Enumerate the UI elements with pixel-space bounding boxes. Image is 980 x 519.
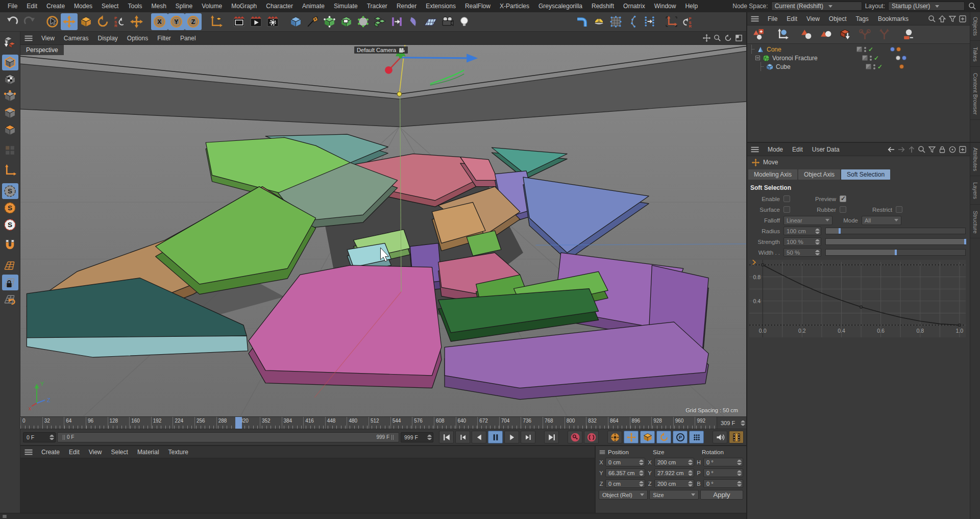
layer-swatch[interactable] xyxy=(866,64,871,69)
spline-pen-menu[interactable] xyxy=(304,13,321,30)
menu-item[interactable]: Extensions xyxy=(421,0,460,12)
history-back-icon[interactable] xyxy=(887,145,896,154)
lock-x-axis[interactable]: X xyxy=(151,13,168,30)
add-panel-icon[interactable] xyxy=(958,145,967,154)
timeline-ruler[interactable]: 0326496128160192224256288320352384416448… xyxy=(20,416,746,429)
checkbox-item[interactable]: Surface xyxy=(750,206,806,213)
key-pla-toggle[interactable] xyxy=(689,431,704,443)
om-menu-item[interactable]: Edit xyxy=(782,13,802,25)
snap-enable-button[interactable]: S xyxy=(2,183,18,199)
position-x-field[interactable]: 0 cm xyxy=(605,458,645,466)
spinner-icon[interactable] xyxy=(815,239,820,244)
deformers-menu[interactable] xyxy=(405,13,422,30)
lock-y-axis[interactable]: Y xyxy=(168,13,185,30)
slider-handle[interactable] xyxy=(839,228,841,234)
viewport-canvas[interactable]: Perspective Default Camera Grid Spacing … xyxy=(20,45,746,416)
object-tag-icon[interactable] xyxy=(890,47,895,52)
layout-select[interactable]: Startup (User) xyxy=(888,2,965,11)
psr-snap-tool[interactable]: PSR xyxy=(680,13,697,30)
next-key-button[interactable] xyxy=(521,431,535,443)
tag-icons[interactable] xyxy=(890,47,901,52)
parent-up-icon[interactable] xyxy=(907,145,916,154)
add-object-button[interactable] xyxy=(749,27,768,42)
rotate-tool[interactable] xyxy=(94,13,111,30)
range-start-field[interactable]: 0 F xyxy=(23,432,56,442)
collapse-icon[interactable] xyxy=(755,56,760,60)
lock-workplane-button[interactable] xyxy=(2,275,18,290)
enable-axis-button[interactable] xyxy=(2,163,18,179)
live-selection-tool[interactable] xyxy=(44,13,61,30)
move-tool[interactable] xyxy=(61,13,78,30)
value-field[interactable]: 100 % xyxy=(783,237,821,246)
viewport-menu-item[interactable]: Options xyxy=(122,32,153,44)
menu-item[interactable]: Select xyxy=(97,0,123,12)
camera-label[interactable]: Default Camera xyxy=(354,46,408,54)
material-menu-item[interactable]: Create xyxy=(37,446,64,458)
ram-player-button[interactable] xyxy=(729,431,744,443)
material-menu-item[interactable]: Texture xyxy=(164,446,193,458)
hamburger-icon[interactable] xyxy=(599,449,607,456)
menu-item[interactable]: Edit xyxy=(22,0,42,12)
Cube[interactable]: Cube ✓ xyxy=(747,62,970,71)
panel-tab[interactable]: Layers xyxy=(970,178,980,204)
node-space-select[interactable]: Current (Redshift) xyxy=(771,2,862,11)
layer-browser-button[interactable] xyxy=(899,27,918,42)
snap-auto-button[interactable]: S xyxy=(2,217,18,233)
search-icon[interactable] xyxy=(927,14,937,23)
size-mode-select[interactable]: Size xyxy=(649,490,698,500)
menu-item[interactable]: MoGraph xyxy=(227,0,261,12)
slider-handle[interactable] xyxy=(895,250,897,255)
am-menu-item[interactable]: Mode xyxy=(763,143,788,156)
object-name[interactable]: Cone xyxy=(767,46,856,53)
make-editable-button[interactable] xyxy=(2,34,18,50)
history-forward-icon[interactable] xyxy=(897,145,906,154)
falloff-select[interactable]: Linear xyxy=(783,216,832,225)
render-picture-viewer-button[interactable] xyxy=(248,13,264,30)
menu-item[interactable]: Help xyxy=(680,0,702,12)
menu-item[interactable]: Character xyxy=(261,0,298,12)
object-axis-button[interactable] xyxy=(773,27,792,42)
slider-handle[interactable] xyxy=(964,239,966,244)
visibility-dots[interactable] xyxy=(870,56,872,61)
viewport-maximize-icon[interactable] xyxy=(734,34,743,42)
tag-icons[interactable] xyxy=(899,64,904,69)
position-y-field[interactable]: 66.357 cm xyxy=(605,468,645,477)
expand-group-button[interactable] xyxy=(875,27,894,42)
viewport-menu-item[interactable]: View xyxy=(37,32,59,44)
filter-icon[interactable] xyxy=(927,145,937,154)
spinner-icon[interactable] xyxy=(815,228,820,234)
panel-tab[interactable]: Content Browser xyxy=(970,68,980,120)
rotation-p-field[interactable]: 0 ° xyxy=(703,468,743,477)
coord-mode-select[interactable]: Object (Rel) xyxy=(599,490,648,500)
model-mode-button[interactable] xyxy=(2,55,18,70)
menu-item[interactable]: X-Particles xyxy=(495,0,534,12)
enabled-check-icon[interactable]: ✓ xyxy=(868,46,873,53)
menu-item[interactable]: Volume xyxy=(197,0,227,12)
tag-icons[interactable] xyxy=(896,56,906,60)
next-frame-button[interactable] xyxy=(504,431,519,443)
rotation-b-field[interactable]: 0 ° xyxy=(703,479,743,488)
workplane-tool[interactable] xyxy=(663,13,680,30)
value-field[interactable]: 50 % xyxy=(783,248,821,257)
timeline-marker[interactable] xyxy=(235,417,242,429)
menu-item[interactable]: Ornatrix xyxy=(619,0,650,12)
enabled-check-icon[interactable]: ✓ xyxy=(877,63,883,70)
checkbox[interactable] xyxy=(783,206,790,213)
3d-scene[interactable] xyxy=(20,45,746,416)
hamburger-icon[interactable] xyxy=(750,144,760,155)
insert-object-alt-button[interactable] xyxy=(817,27,836,42)
keyframe-selection-button[interactable] xyxy=(607,431,622,443)
undo-button[interactable] xyxy=(4,13,21,30)
menu-item[interactable]: Simulate xyxy=(329,0,362,12)
attribute-tab[interactable]: Modeling Axis xyxy=(748,169,797,180)
om-menu-item[interactable]: Bookmarks xyxy=(873,13,913,25)
checkbox-item[interactable]: Restrict xyxy=(863,206,919,213)
material-menu-item[interactable]: View xyxy=(84,446,107,458)
slider-track[interactable] xyxy=(825,228,966,234)
checkbox[interactable] xyxy=(840,195,846,202)
value-field[interactable]: 100 cm xyxy=(783,227,821,235)
object-tag-icon[interactable] xyxy=(896,47,901,52)
key-rotation-toggle[interactable] xyxy=(656,431,671,443)
search-icon[interactable] xyxy=(968,2,977,11)
autokey-button[interactable] xyxy=(584,431,599,443)
